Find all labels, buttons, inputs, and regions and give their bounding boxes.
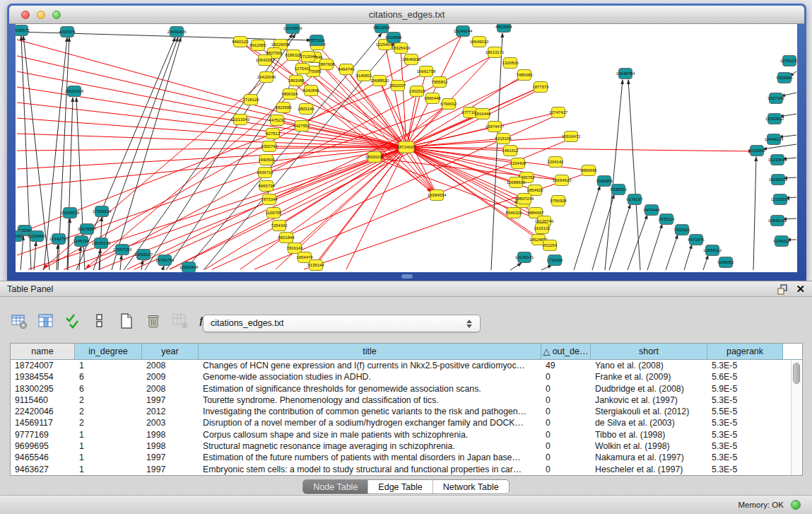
table-cell[interactable]: 2 bbox=[75, 395, 142, 406]
rows-icon[interactable] bbox=[90, 312, 109, 330]
table-cell[interactable]: 0 bbox=[541, 464, 591, 475]
show-columns-icon[interactable] bbox=[37, 312, 55, 330]
table-cell[interactable]: 5.3E-5 bbox=[707, 440, 783, 452]
table-cell[interactable]: Corpus callosum shape and size in male p… bbox=[199, 429, 541, 440]
table-cell[interactable]: Investigating the contribution of common… bbox=[199, 406, 541, 417]
column-header-name[interactable]: name bbox=[11, 344, 75, 359]
table-cell[interactable]: 9463627 bbox=[11, 464, 75, 475]
table-row[interactable]: 946554611997Estimation of the future num… bbox=[11, 452, 802, 463]
table-cell[interactable]: Jankovic et al. (1997) bbox=[591, 395, 707, 406]
table-row[interactable]: 969969511998Structural magnetic resonanc… bbox=[11, 440, 802, 452]
table-row[interactable]: 946362711997Embryonic stem cells: a mode… bbox=[11, 464, 802, 475]
table-cell[interactable]: 2012 bbox=[142, 406, 199, 417]
table-cell[interactable]: Dudbridge et al. (2008) bbox=[591, 383, 707, 395]
table-cell[interactable]: 22420046 bbox=[11, 406, 75, 417]
table-row[interactable]: 2242004622012Investigating the contribut… bbox=[11, 406, 802, 417]
window-titlebar[interactable]: citations_edges.txt bbox=[9, 6, 804, 24]
table-cell[interactable]: Estimation of significance thresholds fo… bbox=[199, 383, 541, 395]
table-settings-icon[interactable] bbox=[10, 312, 28, 330]
vertical-scrollbar[interactable] bbox=[791, 361, 801, 475]
table-cell[interactable]: 1997 bbox=[142, 395, 199, 406]
table-cell[interactable]: 0 bbox=[541, 452, 591, 463]
table-cell[interactable]: 9699695 bbox=[11, 440, 75, 452]
table-cell[interactable]: 2008 bbox=[142, 383, 199, 395]
table-cell[interactable]: 2008 bbox=[142, 360, 199, 371]
table-cell[interactable]: 1997 bbox=[142, 464, 199, 475]
column-header-pagerank[interactable]: pagerank bbox=[707, 344, 783, 359]
table-cell[interactable]: 1998 bbox=[142, 440, 199, 452]
table-cell[interactable]: Yano et al. (2008) bbox=[591, 360, 707, 371]
table-cell[interactable]: 9777169 bbox=[11, 429, 75, 440]
table-cell[interactable]: 9465546 bbox=[11, 452, 75, 463]
close-panel-icon[interactable]: ✕ bbox=[796, 283, 805, 296]
table-cell[interactable]: Stergiakouli et al. (2012) bbox=[591, 406, 707, 417]
table-cell[interactable]: Wolkin et al. (1998) bbox=[591, 440, 707, 452]
table-cell[interactable]: 0 bbox=[541, 371, 591, 382]
table-cell[interactable]: 5.3E-5 bbox=[707, 417, 783, 428]
table-cell[interactable]: 5.3E-5 bbox=[707, 464, 783, 475]
table-cell[interactable]: 5.3E-5 bbox=[707, 395, 783, 406]
column-header-short[interactable]: short bbox=[591, 344, 707, 359]
table-cell[interactable]: Changes of HCN gene expression and I(f) … bbox=[199, 360, 541, 371]
table-cell[interactable]: 1 bbox=[75, 360, 142, 371]
table-cell[interactable]: 2003 bbox=[142, 417, 199, 428]
table-cell[interactable]: Embryonic stem cells: a model to study s… bbox=[199, 464, 541, 475]
table-cell[interactable]: 1 bbox=[75, 440, 142, 452]
table-row[interactable]: 1938455462009Genome-wide association stu… bbox=[11, 371, 802, 382]
column-header-year[interactable]: year bbox=[142, 344, 199, 359]
table-cell[interactable]: Hescheler et al. (1997) bbox=[591, 464, 707, 475]
table-row[interactable]: 977716911998Corpus callosum shape and si… bbox=[11, 429, 802, 440]
table-row[interactable]: 911546021997Tourette syndrome. Phenomeno… bbox=[11, 395, 802, 406]
table-row[interactable]: 1830029562008Estimation of significance … bbox=[11, 383, 802, 395]
delete-table-icon[interactable] bbox=[144, 312, 163, 330]
table-cell[interactable]: 0 bbox=[541, 440, 591, 452]
table-cell[interactable]: 5.6E-5 bbox=[707, 371, 783, 382]
table-cell[interactable]: 5.9E-5 bbox=[707, 383, 783, 395]
column-header-out_de[interactable]: △ out_de… bbox=[541, 344, 591, 359]
table-cell[interactable]: 9115460 bbox=[11, 395, 75, 406]
table-cell[interactable]: 1998 bbox=[142, 429, 199, 440]
window-resize-grip[interactable] bbox=[401, 274, 413, 279]
table-cell[interactable]: 18300295 bbox=[11, 383, 75, 395]
table-cell[interactable]: 49 bbox=[541, 360, 591, 371]
table-cell[interactable]: 0 bbox=[541, 417, 591, 428]
column-header-title[interactable]: title bbox=[199, 344, 541, 359]
select-all-icon[interactable] bbox=[64, 312, 82, 330]
table-row[interactable]: 1872400712008Changes of HCN gene express… bbox=[11, 360, 802, 371]
table-cell[interactable]: 6 bbox=[75, 371, 142, 382]
table-cell[interactable]: 18724007 bbox=[11, 360, 75, 371]
table-cell[interactable]: 2009 bbox=[142, 371, 199, 382]
table-cell[interactable]: 1 bbox=[75, 464, 142, 475]
float-window-icon[interactable] bbox=[777, 284, 788, 295]
table-cell[interactable]: Structural magnetic resonance image aver… bbox=[199, 440, 541, 452]
table-cell[interactable]: 5.5E-5 bbox=[707, 406, 783, 417]
scrollbar-thumb[interactable] bbox=[793, 363, 800, 384]
table-cell[interactable]: 5.3E-5 bbox=[707, 452, 783, 463]
table-cell[interactable]: 0 bbox=[541, 395, 591, 406]
table-row[interactable]: 1456911722003Disruption of a novel membe… bbox=[11, 417, 802, 428]
table-cell[interactable]: 1 bbox=[75, 429, 142, 440]
table-cell[interactable]: 2 bbox=[75, 417, 142, 428]
new-table-icon[interactable] bbox=[117, 312, 136, 330]
table-cell[interactable]: Tibbo et al. (1998) bbox=[591, 429, 707, 440]
table-cell[interactable]: 14569117 bbox=[11, 417, 75, 428]
table-cell[interactable]: Nakamura et al. (1997) bbox=[591, 452, 707, 463]
table-cell[interactable]: 0 bbox=[541, 383, 591, 395]
table-cell[interactable]: 6 bbox=[75, 383, 142, 395]
table-cell[interactable]: 0 bbox=[541, 406, 591, 417]
table-cell[interactable]: Tourette syndrome. Phenomenology and cla… bbox=[199, 395, 541, 406]
table-cell[interactable]: 2 bbox=[75, 406, 142, 417]
table-cell[interactable]: 1 bbox=[75, 452, 142, 463]
table-cell[interactable]: Franke et al. (2009) bbox=[591, 371, 707, 382]
table-cell[interactable]: 5.3E-5 bbox=[707, 429, 783, 440]
tab-edge-table[interactable]: Edge Table bbox=[368, 480, 433, 493]
table-selector-dropdown[interactable]: citations_edges.txt bbox=[203, 315, 481, 332]
table-cell[interactable]: 0 bbox=[541, 429, 591, 440]
table-cell[interactable]: de Silva et al. (2003) bbox=[591, 417, 707, 428]
table-cell[interactable]: Disruption of a novel member of a sodium… bbox=[199, 417, 541, 428]
table-cell[interactable]: 5.3E-5 bbox=[707, 360, 783, 371]
table-cell[interactable]: 19384554 bbox=[11, 371, 75, 382]
column-header-in_degree[interactable]: in_degree bbox=[75, 344, 142, 359]
table-cell[interactable]: 1997 bbox=[142, 452, 199, 463]
tab-network-table[interactable]: Network Table bbox=[433, 480, 509, 493]
